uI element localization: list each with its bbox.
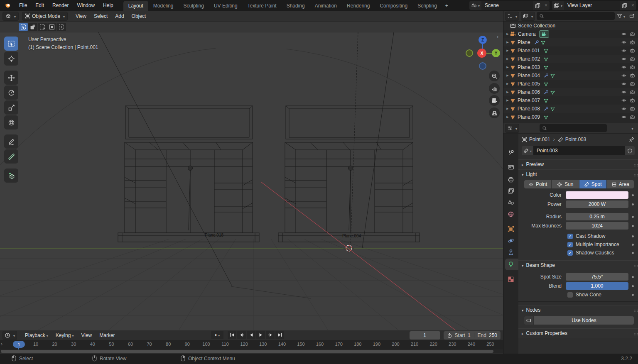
menu-keying[interactable]: Keying [52,332,78,338]
animate-dot[interactable] [632,216,634,218]
animate-dot[interactable] [632,194,634,196]
light-panel-header[interactable]: Light [518,170,638,179]
expand-arrow-icon[interactable] [505,99,510,102]
playhead[interactable]: 1 [13,341,25,348]
tab-physics-icon[interactable] [508,237,514,244]
disable-render-icon[interactable] [630,32,635,37]
select-mode-new-button[interactable] [19,23,28,31]
new-collection-button[interactable] [627,12,636,20]
shelf-wireframe-right[interactable] [278,106,420,242]
animate-dot[interactable] [632,235,634,237]
ruler-tick[interactable]: 250 [486,342,494,347]
ruler-tick[interactable]: 50 [109,342,114,347]
expand-arrow-icon[interactable] [505,115,510,119]
new-view-layer-button[interactable] [620,1,629,10]
sidebar-collapse-arrow[interactable]: ‹ [497,33,499,40]
expand-arrow-icon[interactable] [505,82,510,86]
gizmo-negative-z-axis[interactable] [479,62,486,70]
multiple-importance-checkbox[interactable] [567,242,573,247]
timeline-editor-type-button[interactable] [2,331,17,340]
tab-uv-editing[interactable]: UV Editing [209,1,243,11]
disable-render-icon[interactable] [630,65,635,70]
editor-type-button[interactable] [2,12,19,21]
scrollbar-thumb[interactable] [1,350,493,353]
radius-field[interactable]: 0.25 m [566,213,628,220]
breadcrumb-object[interactable]: Point.001 [529,137,550,142]
animate-dot[interactable] [632,276,634,278]
ruler-tick[interactable]: 20 [52,342,57,347]
tool-measure[interactable] [4,149,18,164]
outliner-row[interactable]: Plane.003 [503,63,638,71]
light-type-browse-button[interactable] [522,146,533,155]
tab-scripting[interactable]: Scripting [412,1,442,11]
tab-sculpting[interactable]: Sculpting [179,1,209,11]
light-type-point-button[interactable]: Point [524,180,551,188]
fake-user-button[interactable] [625,146,635,155]
menu-add[interactable]: Add [111,13,128,19]
ruler-tick[interactable]: 30 [71,342,76,347]
expand-arrow-icon[interactable] [505,107,510,110]
animate-dot[interactable] [632,294,634,296]
ruler-tick[interactable]: 40 [90,342,95,347]
datablock-name-field[interactable]: Point.003 [533,146,625,155]
outliner-row-scene-collection[interactable]: Scene Collection [503,22,638,30]
ruler-tick[interactable]: 60 [128,342,133,347]
outliner-row[interactable]: Plane.008 [503,105,638,113]
outliner-search-input[interactable] [537,12,615,20]
new-scene-button[interactable] [533,1,542,10]
ruler-tick[interactable]: 80 [166,342,171,347]
hide-eye-icon[interactable] [621,106,627,111]
menu-marker[interactable]: Marker [96,332,118,338]
outliner-row[interactable]: Plane.005 [503,80,638,88]
tab-scene-icon[interactable] [508,199,514,206]
power-field[interactable]: 2000 W [566,200,628,208]
light-color-swatch[interactable] [566,191,628,199]
disable-render-icon[interactable] [630,98,635,103]
jump-to-start-button[interactable] [228,331,236,339]
tab-shading[interactable]: Shading [282,1,310,11]
scene-name-field[interactable]: Scene [481,1,533,10]
camera-view-button[interactable] [489,95,500,106]
scene-icon[interactable] [469,1,481,10]
expand-arrow-icon[interactable] [505,41,510,44]
tab-modeling[interactable]: Modeling [148,1,179,11]
outliner-row[interactable]: Plane.004 [503,71,638,80]
tab-constraints-icon[interactable] [508,249,514,256]
ruler-tick[interactable]: 70 [147,342,152,347]
spot-size-field[interactable]: 75.5° [566,273,628,281]
pin-icon[interactable] [629,137,635,142]
ruler-tick[interactable]: 240 [468,342,475,347]
disable-render-icon[interactable] [630,48,635,53]
breadcrumb-data[interactable]: Point.003 [565,137,586,142]
properties-options-dropdown[interactable] [627,124,636,132]
outliner-display-mode-dropdown[interactable] [505,12,519,21]
menu-render[interactable]: Render [48,2,73,8]
tab-compositing[interactable]: Compositing [375,1,412,11]
animate-dot[interactable] [632,252,634,254]
disable-render-icon[interactable] [630,40,635,45]
3d-viewport[interactable]: Plane.018 Plane.004 User Perspective (1)… [0,32,503,330]
jump-to-end-button[interactable] [275,331,284,339]
ruler-tick[interactable]: 10 [33,342,38,347]
ruler-tick[interactable]: 190 [373,342,380,347]
disable-render-icon[interactable] [630,106,635,111]
expand-arrow-icon[interactable] [505,74,510,77]
expand-arrow-icon[interactable] [505,66,510,69]
ruler-tick[interactable]: 220 [429,342,437,347]
hide-eye-icon[interactable] [621,32,627,37]
pan-button[interactable] [489,83,500,94]
hide-eye-icon[interactable] [621,73,627,78]
shadow-caustics-checkbox[interactable] [567,250,573,256]
outliner-filter-id-dropdown[interactable] [521,12,535,21]
outliner-row[interactable]: Plane.002 [503,55,638,63]
blend-slider[interactable]: 1.000 [566,282,628,290]
tab-tool-icon[interactable] [508,149,514,156]
hide-eye-icon[interactable] [621,98,627,103]
toggle-perspective-button[interactable] [489,107,500,118]
expand-arrow-icon[interactable] [505,49,510,52]
ruler-tick[interactable]: 150 [297,342,304,347]
outliner-row-camera[interactable]: Camera [503,30,638,38]
previous-keyframe-button[interactable] [237,331,246,339]
light-type-spot-button[interactable]: Spot [579,180,606,188]
timeline-expand-arrow[interactable]: › [1,341,2,347]
